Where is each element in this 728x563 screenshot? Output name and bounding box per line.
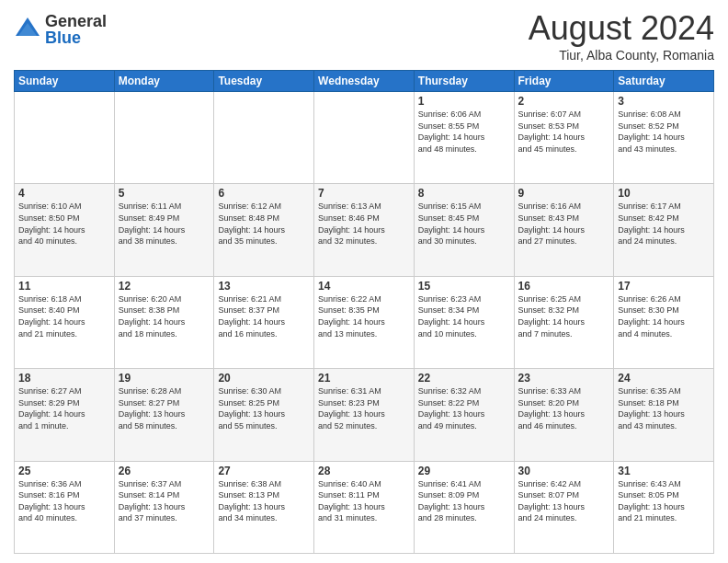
day-info: Sunrise: 6:13 AM Sunset: 8:46 PM Dayligh…: [318, 201, 410, 247]
calendar-cell: 3Sunrise: 6:08 AM Sunset: 8:52 PM Daylig…: [614, 92, 714, 184]
day-number: 28: [318, 465, 410, 477]
day-header-thursday: Thursday: [414, 71, 514, 92]
day-header-monday: Monday: [114, 71, 214, 92]
week-row-4: 18Sunrise: 6:27 AM Sunset: 8:29 PM Dayli…: [15, 369, 714, 461]
day-number: 3: [618, 95, 710, 108]
day-info: Sunrise: 6:38 AM Sunset: 8:13 PM Dayligh…: [218, 478, 310, 524]
day-number: 12: [119, 280, 210, 293]
day-number: 10: [618, 187, 710, 200]
day-info: Sunrise: 6:17 AM Sunset: 8:42 PM Dayligh…: [618, 201, 710, 247]
day-header-friday: Friday: [514, 71, 614, 92]
calendar-cell: 4Sunrise: 6:10 AM Sunset: 8:50 PM Daylig…: [15, 184, 115, 276]
calendar-cell: 17Sunrise: 6:26 AM Sunset: 8:30 PM Dayli…: [614, 276, 714, 368]
day-number: 8: [418, 187, 510, 200]
week-row-3: 11Sunrise: 6:18 AM Sunset: 8:40 PM Dayli…: [15, 276, 714, 368]
day-info: Sunrise: 6:16 AM Sunset: 8:43 PM Dayligh…: [518, 201, 610, 247]
day-number: 5: [119, 187, 210, 200]
calendar-cell: 19Sunrise: 6:28 AM Sunset: 8:27 PM Dayli…: [114, 369, 214, 461]
day-number: 31: [618, 465, 710, 477]
day-info: Sunrise: 6:20 AM Sunset: 8:38 PM Dayligh…: [119, 293, 210, 339]
day-number: 9: [518, 187, 610, 200]
day-header-wednesday: Wednesday: [314, 71, 415, 92]
day-info: Sunrise: 6:12 AM Sunset: 8:48 PM Dayligh…: [218, 201, 310, 247]
day-number: 26: [119, 465, 210, 477]
calendar-cell: 28Sunrise: 6:40 AM Sunset: 8:11 PM Dayli…: [314, 461, 415, 553]
header: General Blue August 2024 Tiur, Alba Coun…: [14, 9, 714, 63]
day-info: Sunrise: 6:41 AM Sunset: 8:09 PM Dayligh…: [418, 478, 510, 524]
day-number: 15: [418, 280, 510, 293]
logo-text: General Blue: [45, 13, 107, 46]
day-number: 11: [18, 280, 110, 293]
day-number: 20: [218, 372, 310, 385]
day-number: 24: [618, 372, 710, 385]
day-info: Sunrise: 6:32 AM Sunset: 8:22 PM Dayligh…: [418, 385, 510, 431]
day-info: Sunrise: 6:25 AM Sunset: 8:32 PM Dayligh…: [518, 293, 610, 339]
day-info: Sunrise: 6:36 AM Sunset: 8:16 PM Dayligh…: [18, 478, 110, 524]
week-row-1: 1Sunrise: 6:06 AM Sunset: 8:55 PM Daylig…: [15, 92, 714, 184]
day-info: Sunrise: 6:27 AM Sunset: 8:29 PM Dayligh…: [18, 385, 110, 431]
day-number: 14: [318, 280, 410, 293]
calendar-header-row: SundayMondayTuesdayWednesdayThursdayFrid…: [15, 71, 714, 92]
day-info: Sunrise: 6:07 AM Sunset: 8:53 PM Dayligh…: [518, 109, 610, 155]
day-number: 2: [518, 95, 610, 108]
calendar-cell: 26Sunrise: 6:37 AM Sunset: 8:14 PM Dayli…: [114, 461, 214, 553]
day-number: 6: [218, 187, 310, 200]
logo-blue: Blue: [45, 29, 107, 46]
day-number: 30: [518, 465, 610, 477]
calendar-cell: 6Sunrise: 6:12 AM Sunset: 8:48 PM Daylig…: [214, 184, 314, 276]
day-info: Sunrise: 6:40 AM Sunset: 8:11 PM Dayligh…: [318, 478, 410, 524]
calendar-cell: 24Sunrise: 6:35 AM Sunset: 8:18 PM Dayli…: [614, 369, 714, 461]
calendar-cell: 2Sunrise: 6:07 AM Sunset: 8:53 PM Daylig…: [514, 92, 614, 184]
calendar-cell: 11Sunrise: 6:18 AM Sunset: 8:40 PM Dayli…: [15, 276, 115, 368]
day-header-sunday: Sunday: [15, 71, 115, 92]
calendar: SundayMondayTuesdayWednesdayThursdayFrid…: [14, 70, 714, 554]
day-info: Sunrise: 6:26 AM Sunset: 8:30 PM Dayligh…: [618, 293, 710, 339]
week-row-2: 4Sunrise: 6:10 AM Sunset: 8:50 PM Daylig…: [15, 184, 714, 276]
calendar-cell: 8Sunrise: 6:15 AM Sunset: 8:45 PM Daylig…: [414, 184, 514, 276]
calendar-cell: 20Sunrise: 6:30 AM Sunset: 8:25 PM Dayli…: [214, 369, 314, 461]
calendar-cell: 16Sunrise: 6:25 AM Sunset: 8:32 PM Dayli…: [514, 276, 614, 368]
calendar-cell: 29Sunrise: 6:41 AM Sunset: 8:09 PM Dayli…: [414, 461, 514, 553]
calendar-cell: 14Sunrise: 6:22 AM Sunset: 8:35 PM Dayli…: [314, 276, 415, 368]
day-info: Sunrise: 6:42 AM Sunset: 8:07 PM Dayligh…: [518, 478, 610, 524]
calendar-cell: 12Sunrise: 6:20 AM Sunset: 8:38 PM Dayli…: [114, 276, 214, 368]
day-number: 19: [119, 372, 210, 385]
day-info: Sunrise: 6:10 AM Sunset: 8:50 PM Dayligh…: [18, 201, 110, 247]
day-info: Sunrise: 6:15 AM Sunset: 8:45 PM Dayligh…: [418, 201, 510, 247]
calendar-cell: 30Sunrise: 6:42 AM Sunset: 8:07 PM Dayli…: [514, 461, 614, 553]
day-number: 25: [18, 465, 110, 477]
calendar-cell: 31Sunrise: 6:43 AM Sunset: 8:05 PM Dayli…: [614, 461, 714, 553]
logo-icon: [14, 16, 41, 43]
calendar-cell: 18Sunrise: 6:27 AM Sunset: 8:29 PM Dayli…: [15, 369, 115, 461]
month-title: August 2024: [529, 9, 714, 48]
day-number: 27: [218, 465, 310, 477]
day-number: 29: [418, 465, 510, 477]
calendar-cell: 25Sunrise: 6:36 AM Sunset: 8:16 PM Dayli…: [15, 461, 115, 553]
page: General Blue August 2024 Tiur, Alba Coun…: [0, 0, 728, 563]
day-number: 18: [18, 372, 110, 385]
calendar-cell: 5Sunrise: 6:11 AM Sunset: 8:49 PM Daylig…: [114, 184, 214, 276]
calendar-cell: 23Sunrise: 6:33 AM Sunset: 8:20 PM Dayli…: [514, 369, 614, 461]
day-number: 4: [18, 187, 110, 200]
day-number: 23: [518, 372, 610, 385]
day-info: Sunrise: 6:21 AM Sunset: 8:37 PM Dayligh…: [218, 293, 310, 339]
day-info: Sunrise: 6:35 AM Sunset: 8:18 PM Dayligh…: [618, 385, 710, 431]
week-row-5: 25Sunrise: 6:36 AM Sunset: 8:16 PM Dayli…: [15, 461, 714, 553]
day-number: 21: [318, 372, 410, 385]
calendar-cell: 27Sunrise: 6:38 AM Sunset: 8:13 PM Dayli…: [214, 461, 314, 553]
day-info: Sunrise: 6:43 AM Sunset: 8:05 PM Dayligh…: [618, 478, 710, 524]
day-number: 1: [418, 95, 510, 108]
calendar-cell: 15Sunrise: 6:23 AM Sunset: 8:34 PM Dayli…: [414, 276, 514, 368]
logo-general: General: [45, 13, 107, 29]
day-info: Sunrise: 6:23 AM Sunset: 8:34 PM Dayligh…: [418, 293, 510, 339]
calendar-cell: 13Sunrise: 6:21 AM Sunset: 8:37 PM Dayli…: [214, 276, 314, 368]
day-info: Sunrise: 6:30 AM Sunset: 8:25 PM Dayligh…: [218, 385, 310, 431]
calendar-cell: 10Sunrise: 6:17 AM Sunset: 8:42 PM Dayli…: [614, 184, 714, 276]
day-info: Sunrise: 6:11 AM Sunset: 8:49 PM Dayligh…: [119, 201, 210, 247]
day-number: 17: [618, 280, 710, 293]
day-header-tuesday: Tuesday: [214, 71, 314, 92]
day-info: Sunrise: 6:08 AM Sunset: 8:52 PM Dayligh…: [618, 109, 710, 155]
day-info: Sunrise: 6:18 AM Sunset: 8:40 PM Dayligh…: [18, 293, 110, 339]
calendar-cell: 21Sunrise: 6:31 AM Sunset: 8:23 PM Dayli…: [314, 369, 415, 461]
calendar-cell: [314, 92, 415, 184]
